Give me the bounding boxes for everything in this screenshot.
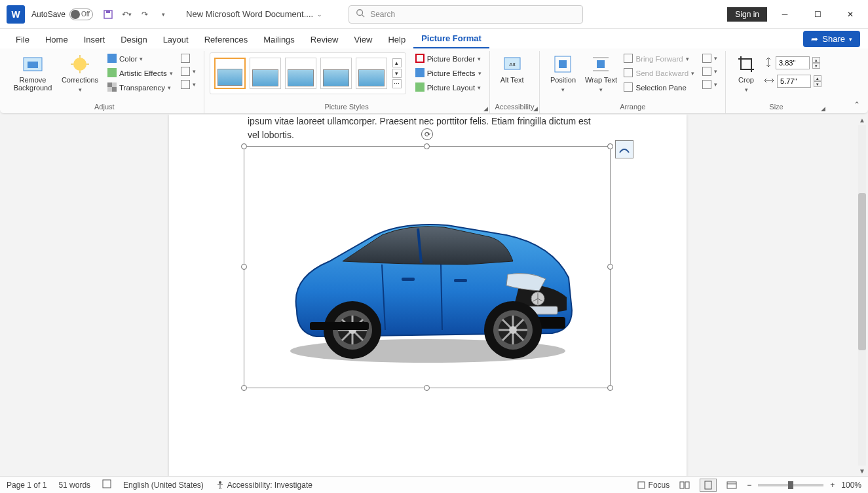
remove-background-button[interactable]: Remove Background <box>10 52 55 92</box>
change-picture-button[interactable]: ▾ <box>178 65 198 77</box>
tab-mailings[interactable]: Mailings <box>255 31 303 48</box>
align-button[interactable]: ▾ <box>700 52 720 64</box>
picture-effects-button[interactable]: Picture Effects▾ <box>413 67 484 80</box>
save-button[interactable] <box>102 9 114 20</box>
close-button[interactable]: ✕ <box>835 5 865 24</box>
page[interactable]: ipsum vitae laoreet ullamcorper. Praesen… <box>169 115 687 476</box>
zoom-slider[interactable] <box>758 484 823 486</box>
crop-button[interactable]: Crop▾ <box>731 52 761 93</box>
spelling-icon[interactable] <box>102 479 111 490</box>
word-count[interactable]: 51 words <box>58 481 90 490</box>
zoom-level[interactable]: 100% <box>841 481 861 490</box>
picture-styles-launcher[interactable]: ◢ <box>483 105 488 112</box>
document-title[interactable]: New Microsoft Word Document.... ⌄ <box>186 9 322 19</box>
language-status[interactable]: English (United States) <box>123 481 204 490</box>
qat-customize-button[interactable]: ▾ <box>157 9 169 20</box>
group-objects-button[interactable]: ▾ <box>700 65 720 77</box>
ribbon: Remove Background Corrections ▾ Color▾ A… <box>0 48 868 114</box>
position-label: Position <box>550 76 576 84</box>
style-thumb[interactable] <box>320 58 352 89</box>
resize-handle[interactable] <box>241 385 247 391</box>
selected-picture[interactable]: ⟳ <box>244 146 611 388</box>
resize-handle[interactable] <box>241 143 247 149</box>
height-field[interactable]: ▴▾ <box>764 56 821 69</box>
rotate-button[interactable]: ▾ <box>700 79 720 90</box>
tab-picture-format[interactable]: Picture Format <box>413 29 489 48</box>
tab-file[interactable]: File <box>8 31 37 48</box>
tab-view[interactable]: View <box>346 31 380 48</box>
position-button[interactable]: Position▾ <box>545 52 580 93</box>
zoom-in-button[interactable]: + <box>830 481 835 490</box>
resize-handle[interactable] <box>607 385 613 391</box>
zoom-out-button[interactable]: − <box>747 481 751 490</box>
rotate-icon <box>702 80 711 89</box>
rotate-handle[interactable]: ⟳ <box>421 128 433 140</box>
alt-text-button[interactable]: Alt Alt Text <box>495 52 529 84</box>
read-mode-button[interactable] <box>676 479 693 492</box>
color-button[interactable]: Color▾ <box>105 52 176 65</box>
picture-border-button[interactable]: Picture Border▾ <box>413 52 484 65</box>
search-input[interactable]: Search <box>349 5 583 24</box>
tab-design[interactable]: Design <box>113 31 155 48</box>
height-spinner[interactable]: ▴▾ <box>812 57 820 69</box>
focus-mode-button[interactable]: Focus <box>637 481 670 490</box>
tab-review[interactable]: Review <box>303 31 347 48</box>
gallery-more-button[interactable]: ▴▾⋯ <box>392 58 402 88</box>
width-input[interactable] <box>777 75 811 88</box>
document-area[interactable]: ipsum vitae laoreet ullamcorper. Praesen… <box>0 115 856 476</box>
tab-layout[interactable]: Layout <box>155 31 197 48</box>
artistic-effects-button[interactable]: Artistic Effects▾ <box>105 67 176 80</box>
quick-access-toolbar: ↶▾ ↷ ▾ <box>102 9 169 20</box>
transparency-button[interactable]: Transparency▾ <box>105 81 176 94</box>
scroll-down-button[interactable]: ▼ <box>856 466 868 476</box>
svg-rect-16 <box>416 54 424 62</box>
picture-styles-gallery[interactable]: ▴▾⋯ <box>210 52 406 94</box>
resize-handle[interactable] <box>424 385 430 391</box>
accessibility-status[interactable]: Accessibility: Investigate <box>216 481 312 490</box>
group-arrange-label: Arrange <box>545 101 720 112</box>
group-icon <box>702 67 711 76</box>
scroll-thumb[interactable] <box>858 193 866 350</box>
redo-button[interactable]: ↷ <box>139 9 151 20</box>
page-count[interactable]: Page 1 of 1 <box>7 481 47 490</box>
reset-picture-button[interactable]: ▾ <box>178 79 198 90</box>
autosave-toggle[interactable]: Off <box>69 9 93 20</box>
maximize-button[interactable]: ☐ <box>802 5 833 24</box>
wrap-text-button[interactable]: Wrap Text▾ <box>583 52 618 93</box>
style-thumb[interactable] <box>356 58 387 89</box>
corrections-button[interactable]: Corrections ▾ <box>58 52 102 93</box>
resize-handle[interactable] <box>607 264 613 270</box>
undo-button[interactable]: ↶▾ <box>121 9 132 20</box>
tab-references[interactable]: References <box>197 31 255 48</box>
resize-handle[interactable] <box>607 143 613 149</box>
scroll-up-button[interactable]: ▲ <box>856 115 868 125</box>
vertical-scrollbar[interactable]: ▲ ▼ <box>856 115 868 476</box>
sign-in-button[interactable]: Sign in <box>727 7 767 22</box>
selection-pane-button[interactable]: Selection Pane <box>621 81 697 94</box>
size-launcher[interactable]: ◢ <box>821 105 825 112</box>
layout-options-button[interactable] <box>615 140 633 158</box>
picture-layout-button[interactable]: Picture Layout▾ <box>413 81 484 94</box>
style-thumb[interactable] <box>250 58 281 89</box>
autosave-control[interactable]: AutoSave Off <box>31 9 93 20</box>
resize-handle[interactable] <box>424 143 430 149</box>
width-spinner[interactable]: ▴▾ <box>814 75 821 87</box>
style-thumb[interactable] <box>214 58 246 89</box>
tab-help[interactable]: Help <box>380 31 413 48</box>
height-input[interactable] <box>776 56 810 69</box>
accessibility-launcher[interactable]: ◢ <box>533 105 538 112</box>
tab-insert[interactable]: Insert <box>76 31 113 48</box>
compress-pictures-button[interactable] <box>178 52 198 64</box>
print-layout-button[interactable] <box>700 479 717 492</box>
bring-forward-button[interactable]: Bring Forward▾ <box>621 52 697 65</box>
style-thumb[interactable] <box>285 58 316 89</box>
web-layout-button[interactable] <box>723 479 740 492</box>
send-backward-button[interactable]: Send Backward▾ <box>621 67 697 80</box>
remove-background-label: Remove Background <box>10 76 55 92</box>
resize-handle[interactable] <box>241 264 247 270</box>
tab-home[interactable]: Home <box>37 31 76 48</box>
minimize-button[interactable]: ─ <box>770 5 800 24</box>
share-button[interactable]: ➦ Share ▾ <box>803 31 860 47</box>
width-field[interactable]: ▴▾ <box>764 75 821 88</box>
collapse-ribbon-button[interactable]: ⌃ <box>854 100 860 109</box>
